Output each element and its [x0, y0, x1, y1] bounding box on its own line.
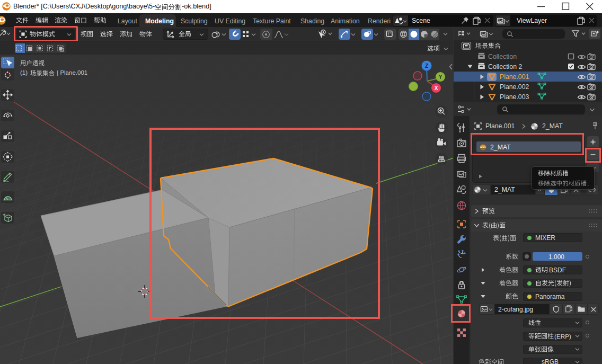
- svg-text:X: X: [435, 85, 438, 91]
- svg-text:Y: Y: [439, 74, 442, 80]
- svg-text:Z: Z: [425, 63, 428, 69]
